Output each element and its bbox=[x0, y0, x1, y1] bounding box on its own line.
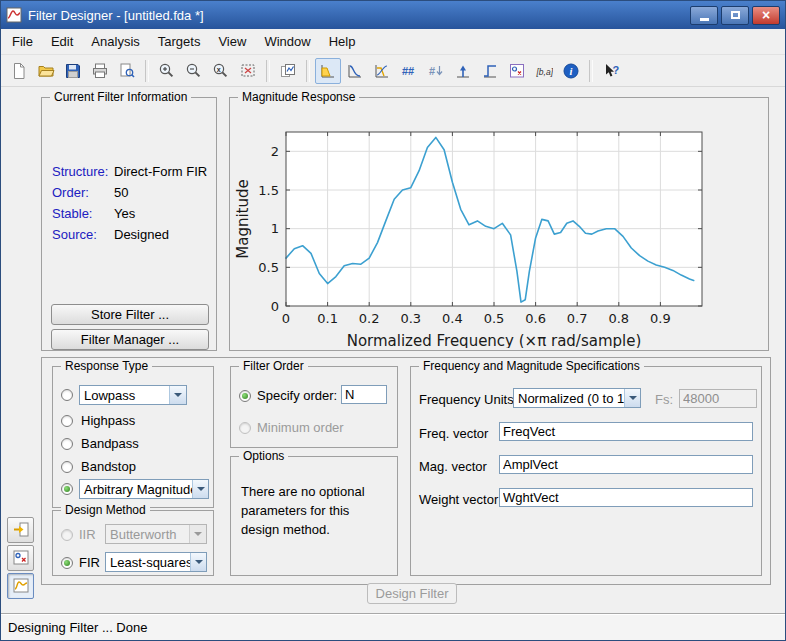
options-title: Options bbox=[239, 449, 288, 463]
fir-radio[interactable] bbox=[61, 557, 73, 569]
zoom-x-icon: x bbox=[212, 62, 230, 80]
highpass-radio[interactable] bbox=[61, 415, 73, 427]
svg-text:x: x bbox=[217, 65, 221, 72]
open-file-icon bbox=[37, 62, 55, 80]
svg-text:0.5: 0.5 bbox=[258, 260, 279, 275]
import-filter-icon bbox=[12, 521, 30, 539]
chevron-down-icon bbox=[169, 386, 186, 404]
full-view-icon bbox=[239, 62, 257, 80]
iir-method-combobox[interactable]: Butterworth bbox=[105, 524, 207, 544]
lowpass-combobox[interactable]: Lowpass bbox=[79, 385, 187, 405]
step-response-button[interactable] bbox=[477, 58, 503, 84]
menu-targets[interactable]: Targets bbox=[149, 29, 210, 54]
highpass-label[interactable]: Highpass bbox=[81, 413, 135, 428]
filter-manager-button[interactable]: Filter Manager ... bbox=[51, 329, 209, 350]
zoom-x-button[interactable]: x bbox=[208, 58, 234, 84]
group-delay-icon: ## bbox=[400, 62, 418, 80]
options-text: There are no optional parameters for thi… bbox=[241, 483, 389, 540]
minimize-button[interactable] bbox=[690, 6, 718, 25]
filter-info-button[interactable]: i bbox=[558, 58, 584, 84]
bandstop-label[interactable]: Bandstop bbox=[81, 459, 136, 474]
filter-designer-window: Filter Designer - [untitled.fda *] × Fil… bbox=[0, 0, 786, 641]
minimum-order-radio[interactable] bbox=[239, 422, 251, 434]
phase-delay-icon: # bbox=[427, 62, 445, 80]
bandstop-radio[interactable] bbox=[61, 461, 73, 473]
structure-label: Structure: bbox=[52, 164, 108, 179]
print-button[interactable] bbox=[87, 58, 113, 84]
impulse-response-icon bbox=[454, 62, 472, 80]
menu-bar: File Edit Analysis Targets View Window H… bbox=[1, 29, 785, 55]
filter-coefficients-button[interactable]: [b,a] bbox=[531, 58, 557, 84]
svg-text:1: 1 bbox=[271, 221, 279, 236]
svg-text:0.5: 0.5 bbox=[484, 311, 505, 326]
svg-text:0.9: 0.9 bbox=[650, 311, 671, 326]
fs-input[interactable] bbox=[679, 389, 757, 408]
phase-delay-button[interactable]: # bbox=[423, 58, 449, 84]
sidebar-pole-zero-editor-button[interactable] bbox=[7, 545, 34, 571]
design-method-group: Design Method IIR Butterworth FIR Least-… bbox=[52, 510, 214, 576]
zoom-out-button[interactable] bbox=[181, 58, 207, 84]
print-preview-button[interactable] bbox=[114, 58, 140, 84]
arbitrary-magnitude-combobox[interactable]: Arbitrary Magnitude bbox=[79, 479, 209, 499]
source-label: Source: bbox=[52, 227, 97, 242]
close-button[interactable]: × bbox=[752, 6, 780, 25]
svg-text:#: # bbox=[429, 65, 435, 77]
specify-order-input[interactable] bbox=[341, 385, 387, 404]
bandpass-label[interactable]: Bandpass bbox=[81, 436, 139, 451]
weight-vector-input[interactable] bbox=[499, 488, 753, 507]
main-toolbar: x ## # [b,a] i ? bbox=[1, 55, 785, 87]
magnitude-response-plot: 00.10.20.30.40.50.60.70.80.900.511.52Nor… bbox=[232, 102, 766, 352]
menu-edit[interactable]: Edit bbox=[42, 29, 82, 54]
arbitrary-magnitude-radio[interactable] bbox=[61, 483, 73, 495]
new-file-button[interactable] bbox=[6, 58, 32, 84]
mag-vector-input[interactable] bbox=[499, 455, 753, 474]
minimum-order-label[interactable]: Minimum order bbox=[257, 420, 344, 435]
arbitrary-magnitude-combobox-value: Arbitrary Magnitude bbox=[80, 482, 192, 497]
maximize-button[interactable] bbox=[721, 6, 749, 25]
pole-zero-plot-button[interactable] bbox=[504, 58, 530, 84]
mag-vector-label: Mag. vector bbox=[419, 459, 487, 474]
svg-text:0: 0 bbox=[282, 311, 290, 326]
fs-label: Fs: bbox=[655, 392, 673, 407]
store-filter-button[interactable]: Store Filter ... bbox=[51, 304, 209, 325]
context-help-icon: ? bbox=[602, 62, 620, 80]
magnitude-and-phase-button[interactable] bbox=[369, 58, 395, 84]
sidebar-design-filter-button[interactable] bbox=[7, 573, 34, 599]
design-filter-button[interactable]: Design Filter bbox=[367, 583, 457, 604]
menu-window[interactable]: Window bbox=[255, 29, 319, 54]
app-icon[interactable] bbox=[6, 7, 22, 23]
lowpass-radio[interactable] bbox=[61, 389, 73, 401]
group-delay-button[interactable]: ## bbox=[396, 58, 422, 84]
specify-order-label[interactable]: Specify order: bbox=[257, 388, 337, 403]
save-button[interactable] bbox=[60, 58, 86, 84]
magnitude-and-phase-icon bbox=[373, 62, 391, 80]
fir-label[interactable]: FIR bbox=[79, 555, 100, 570]
filter-coefficients-icon: [b,a] bbox=[535, 62, 553, 80]
zoom-in-button[interactable] bbox=[154, 58, 180, 84]
menu-file[interactable]: File bbox=[3, 29, 42, 54]
iir-radio[interactable] bbox=[61, 529, 73, 541]
context-help-button[interactable]: ? bbox=[598, 58, 624, 84]
frequency-units-combobox[interactable]: Normalized (0 to 1) bbox=[513, 388, 641, 408]
menu-help[interactable]: Help bbox=[320, 29, 365, 54]
phase-response-button[interactable] bbox=[342, 58, 368, 84]
freq-vector-input[interactable] bbox=[499, 422, 753, 441]
open-file-button[interactable] bbox=[33, 58, 59, 84]
specify-order-radio[interactable] bbox=[239, 390, 251, 402]
zoom-in-icon bbox=[158, 62, 176, 80]
bandpass-radio[interactable] bbox=[61, 438, 73, 450]
impulse-response-button[interactable] bbox=[450, 58, 476, 84]
magnitude-response-button[interactable] bbox=[315, 58, 341, 84]
structure-value: Direct-Form FIR bbox=[114, 164, 207, 179]
menu-view[interactable]: View bbox=[209, 29, 255, 54]
toolbar-separator bbox=[589, 60, 593, 82]
print-icon bbox=[91, 62, 109, 80]
full-view-button[interactable] bbox=[235, 58, 261, 84]
print-to-figure-button[interactable] bbox=[275, 58, 301, 84]
response-type-group: Response Type Lowpass Highpass Bandpass … bbox=[52, 366, 214, 508]
menu-analysis[interactable]: Analysis bbox=[82, 29, 148, 54]
svg-text:0.1: 0.1 bbox=[317, 311, 338, 326]
sidebar-import-filter-button[interactable] bbox=[7, 517, 34, 543]
fir-method-combobox[interactable]: Least-squares bbox=[105, 552, 207, 572]
iir-label[interactable]: IIR bbox=[79, 527, 96, 542]
